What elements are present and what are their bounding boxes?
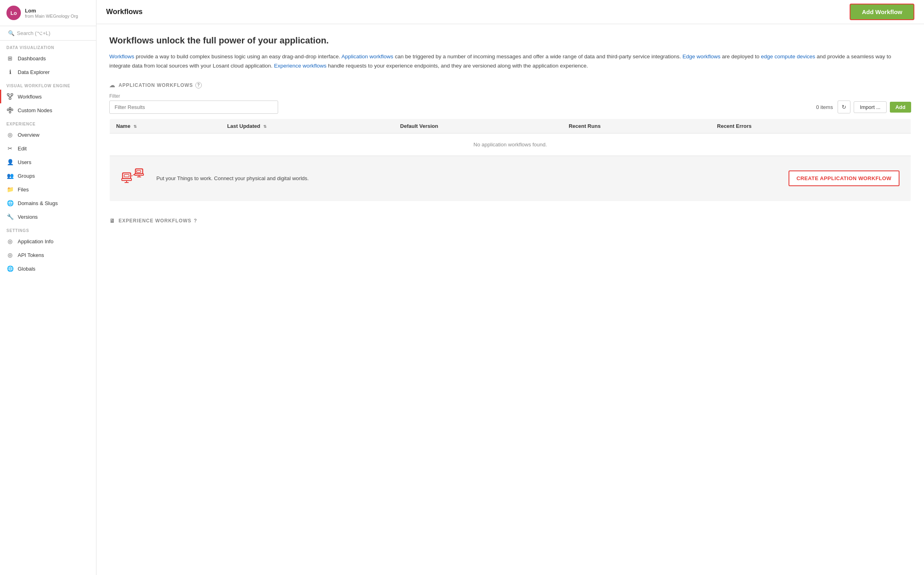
experience-workflows-link[interactable]: Experience workflows [274,63,327,69]
filter-actions: 0 items ↻ Import ... Add [816,101,911,113]
sidebar-item-label: Data Explorer [18,69,49,75]
col-name: Name ⇅ [110,119,221,133]
col-recent-errors: Recent Errors [711,119,868,133]
col-default-version: Default Version [394,119,562,133]
sidebar-item-application-info[interactable]: ◎ Application Info [0,234,96,248]
sidebar-item-label: Overview [18,132,39,138]
main-content: Workflows Add Workflow Workflows unlock … [96,0,924,575]
application-workflows-link[interactable]: Application workflows [342,53,393,60]
workflow-table: Name ⇅ Last Updated ⇅ Default Version Re… [109,119,911,201]
import-button[interactable]: Import ... [854,101,886,113]
data-explorer-icon: ℹ [6,68,14,76]
svg-rect-2 [9,98,11,99]
filter-input[interactable] [109,101,278,114]
sidebar-item-globals[interactable]: 🌐 Globals [0,262,96,275]
svg-rect-8 [11,109,13,111]
sidebar-item-custom-nodes[interactable]: Custom Nodes [0,103,96,117]
empty-row: No application workflows found. [110,133,911,156]
domains-icon: 🌐 [6,199,14,207]
section-label-settings: SETTINGS [0,224,96,234]
search-bar[interactable]: 🔍 Search (⌥+L) [0,26,96,41]
section-label-experience: EXPERIENCE [0,117,96,128]
intro-paragraph: Workflows provide a way to build complex… [109,52,911,71]
experience-help-icon[interactable]: ? [194,218,197,224]
edit-icon: ✂ [6,145,14,152]
sidebar-item-groups[interactable]: 👥 Groups [0,169,96,183]
empty-message: No application workflows found. [110,133,911,156]
filter-label: Filter [109,93,911,99]
sort-icon: ⇅ [133,124,137,129]
sidebar-item-api-tokens[interactable]: ◎ API Tokens [0,248,96,262]
content-area: Workflows unlock the full power of your … [96,24,924,575]
sidebar-item-label: Globals [18,266,35,272]
search-label: Search (⌥+L) [17,30,50,36]
sidebar-item-files[interactable]: 📁 Files [0,183,96,196]
app-info-icon: ◎ [6,238,14,245]
filter-row: 0 items ↻ Import ... Add [109,101,911,114]
groups-icon: 👥 [6,172,14,179]
files-icon: 📁 [6,186,14,193]
page-heading: Workflows unlock the full power of your … [109,35,911,46]
promo-box: Put your Things to work. Connect your ph… [110,156,911,201]
app-workflows-section-header: ☁ APPLICATION WORKFLOWS ? [109,82,911,88]
edge-compute-devices-link[interactable]: edge compute devices [761,53,815,60]
sidebar-item-versions[interactable]: 🔧 Versions [0,210,96,224]
svg-rect-0 [7,94,9,95]
create-app-workflow-button[interactable]: CREATE APPLICATION WORKFLOW [789,170,899,186]
experience-workflows-section-header: 🖥 EXPERIENCE WORKFLOWS ? [109,218,911,224]
sidebar-item-label: Users [18,159,31,165]
sidebar-item-label: Files [18,187,29,193]
avatar: Lo [6,6,21,20]
users-icon: 👤 [6,158,14,166]
sidebar-item-data-explorer[interactable]: ℹ Data Explorer [0,65,96,79]
sidebar-item-label: Dashboards [18,55,46,62]
sidebar-item-label: Edit [18,146,27,152]
section-label-workflow-engine: VISUAL WORKFLOW ENGINE [0,79,96,90]
sidebar-item-workflows[interactable]: Workflows [0,90,96,103]
user-profile[interactable]: Lo Lom from Main WEGnology Org [0,0,96,26]
svg-rect-10 [9,111,11,113]
workflows-link[interactable]: Workflows [109,53,134,60]
overview-icon: ◎ [6,131,14,138]
sidebar-item-label: Domains & Slugs [18,200,58,206]
sidebar-item-domains-slugs[interactable]: 🌐 Domains & Slugs [0,196,96,210]
svg-rect-13 [123,173,131,179]
col-recent-runs: Recent Runs [562,119,711,133]
sort-icon: ⇅ [263,124,266,129]
dashboards-icon: ⊞ [6,55,14,62]
sidebar-item-dashboards[interactable]: ⊞ Dashboards [0,51,96,65]
user-org: from Main WEGnology Org [25,14,78,18]
refresh-button[interactable]: ↻ [838,101,850,113]
workflows-icon [6,93,14,100]
globals-icon: 🌐 [6,265,14,272]
section-label-data-viz: DATA VISUALIZATION [0,41,96,51]
top-bar: Workflows Add Workflow [96,0,924,24]
versions-icon: 🔧 [6,213,14,220]
svg-rect-1 [11,94,13,95]
sidebar-item-edit[interactable]: ✂ Edit [0,142,96,155]
api-tokens-icon: ◎ [6,251,14,259]
sidebar-item-label: Custom Nodes [18,107,52,113]
experience-section-icon: 🖥 [109,218,115,224]
experience-workflows-label: EXPERIENCE WORKFLOWS [119,218,191,224]
svg-rect-14 [124,175,129,177]
add-button[interactable]: Add [890,102,911,113]
col-last-updated: Last Updated ⇅ [221,119,393,133]
items-count: 0 items [816,104,833,110]
promo-icon [121,166,145,191]
help-icon[interactable]: ? [195,82,202,88]
page-title: Workflows [106,8,143,16]
svg-rect-15 [122,179,131,181]
sidebar-item-label: Versions [18,214,38,220]
sidebar-item-label: API Tokens [18,252,44,258]
edge-workflows-link[interactable]: Edge workflows [682,53,721,60]
add-workflow-button[interactable]: Add Workflow [850,4,914,20]
sidebar: Lo Lom from Main WEGnology Org 🔍 Search … [0,0,96,575]
svg-rect-7 [7,109,9,111]
sidebar-item-users[interactable]: 👤 Users [0,155,96,169]
svg-rect-19 [137,170,141,172]
sidebar-item-overview[interactable]: ◎ Overview [0,128,96,142]
app-workflows-section-label: APPLICATION WORKFLOWS [119,82,193,88]
sidebar-item-label: Application Info [18,238,53,244]
svg-rect-20 [135,174,143,175]
